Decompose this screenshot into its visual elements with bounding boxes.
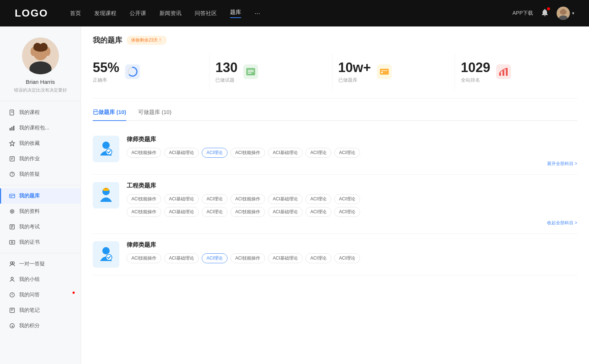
- expand-link-1[interactable]: 展开全部科目 >: [127, 161, 577, 167]
- bank-tags-2-row1: ACI技能操作 ACI基础理论 ACI理论 ACI技能操作 ACI基础理论 AC…: [127, 194, 577, 204]
- nav-open-course[interactable]: 公开课: [130, 10, 146, 17]
- bank-tag[interactable]: ACI技能操作: [230, 253, 265, 263]
- bank-tag[interactable]: ACI理论: [306, 253, 331, 263]
- svg-rect-55: [506, 68, 508, 76]
- nav-bank[interactable]: 题库: [230, 9, 241, 18]
- sidebar-item-label: 我的收藏: [19, 140, 40, 147]
- stat-value-ranking: 1029: [461, 60, 490, 75]
- tab-done[interactable]: 已做题库 (10): [93, 109, 126, 120]
- bank-tag[interactable]: ACI技能操作: [127, 207, 161, 217]
- bank-tag-active[interactable]: ACI理论: [202, 253, 228, 263]
- bank-tag[interactable]: ACI理论: [306, 194, 331, 204]
- exam-icon: [9, 224, 15, 230]
- svg-rect-60: [105, 188, 107, 189]
- sidebar-item-label: 我的考试: [19, 224, 40, 230]
- profile-section: Brian Harris 错误的决定比没有决定要好: [0, 26, 81, 101]
- svg-rect-54: [502, 70, 504, 76]
- bank-tag[interactable]: ACI技能操作: [230, 194, 265, 204]
- sidebar-item-course-package[interactable]: 我的课程包...: [0, 120, 81, 136]
- svg-point-56: [102, 142, 110, 149]
- qa-dot: [73, 292, 75, 294]
- svg-rect-13: [10, 128, 11, 131]
- done-questions-icon: [243, 64, 258, 79]
- sidebar-item-one-on-one[interactable]: 一对一答疑: [0, 256, 81, 272]
- sidebar-item-label: 我的作业: [19, 156, 40, 162]
- sidebar-item-answer[interactable]: ? 我的答疑: [0, 167, 81, 182]
- bank-tag[interactable]: ACI理论: [202, 194, 228, 204]
- bank-tag[interactable]: ACI理论: [334, 207, 360, 217]
- sidebar-item-favorites[interactable]: 我的收藏: [0, 136, 81, 151]
- bank-tag[interactable]: ACI基础理论: [164, 148, 199, 158]
- sidebar-item-score[interactable]: ★ 我的积分: [0, 318, 81, 333]
- logo: LOGO: [15, 7, 48, 19]
- sidebar-item-note[interactable]: 我的笔记: [0, 303, 81, 318]
- stat-accuracy: 55% 正确率: [93, 54, 209, 89]
- svg-text:★: ★: [11, 325, 14, 328]
- svg-rect-24: [11, 196, 12, 197]
- svg-point-26: [11, 211, 13, 212]
- svg-point-61: [102, 247, 110, 254]
- sidebar-item-label: 我的课程: [19, 109, 40, 116]
- nav-home[interactable]: 首页: [70, 10, 81, 17]
- bank-tag[interactable]: ACI技能操作: [230, 207, 265, 217]
- bank-tag[interactable]: ACI理论: [334, 148, 360, 158]
- qa-icon: [9, 292, 15, 298]
- bank-tag[interactable]: ACI基础理论: [268, 148, 303, 158]
- svg-point-25: [10, 210, 14, 213]
- stat-label-banks: 已做题库: [338, 77, 371, 83]
- bank-tag[interactable]: ACI基础理论: [268, 194, 303, 204]
- sidebar-item-course[interactable]: 我的课程: [0, 105, 81, 120]
- bank-tag[interactable]: ACI基础理论: [164, 253, 199, 263]
- user-avatar-wrapper[interactable]: ▾: [557, 7, 574, 20]
- sidebar-item-exam[interactable]: 我的考试: [0, 219, 81, 235]
- app-download-button[interactable]: APP下载: [512, 10, 533, 17]
- bank-content-1: 律师类题库 ACI技能操作 ACI基础理论 ACI理论 ACI技能操作 ACI基…: [127, 136, 577, 167]
- notification-bell[interactable]: [540, 8, 549, 18]
- nav-more[interactable]: ···: [254, 10, 260, 17]
- lawyer-bank-icon-1: [93, 136, 119, 162]
- sidebar-item-group[interactable]: 我的小组: [0, 272, 81, 287]
- homework-icon: [9, 156, 15, 162]
- bank-tags-3: ACI技能操作 ACI基础理论 ACI理论 ACI技能操作 ACI基础理论 AC…: [127, 253, 577, 263]
- ranking-icon: [496, 64, 511, 79]
- sidebar-item-label: 一对一答疑: [19, 261, 45, 267]
- stat-done-questions: 130 已做试题: [209, 54, 332, 89]
- bank-tag[interactable]: ACI技能操作: [127, 148, 161, 158]
- bank-tag-active[interactable]: ACI理论: [202, 148, 228, 158]
- document-icon: [9, 109, 15, 116]
- stat-done-banks: 10w+ 已做题库: [332, 54, 455, 89]
- done-banks-icon: [377, 64, 392, 79]
- group-icon: [9, 276, 15, 283]
- sidebar-item-bank[interactable]: 我的题库: [0, 188, 81, 204]
- bank-tag[interactable]: ACI理论: [334, 194, 360, 204]
- sidebar-item-my-qa[interactable]: 我的问答: [0, 287, 81, 303]
- bank-tag[interactable]: ACI理论: [334, 253, 360, 263]
- bank-tag[interactable]: ACI技能操作: [127, 253, 161, 263]
- svg-rect-15: [13, 126, 14, 131]
- nav-news[interactable]: 新闻资讯: [159, 10, 181, 17]
- nav: 首页 发现课程 公开课 新闻资讯 问答社区 题库 ···: [70, 9, 498, 18]
- bank-tag[interactable]: ACI技能操作: [127, 194, 161, 204]
- bank-tag[interactable]: ACI基础理论: [268, 207, 303, 217]
- svg-point-4: [564, 10, 567, 14]
- bank-title-1: 律师类题库: [127, 136, 577, 143]
- bank-tag[interactable]: ACI理论: [202, 207, 228, 217]
- bank-tag[interactable]: ACI基础理论: [164, 207, 199, 217]
- tab-available[interactable]: 可做题库 (10): [138, 109, 172, 120]
- bank-tag[interactable]: ACI基础理论: [268, 253, 303, 263]
- sidebar-item-label: 我的证书: [19, 239, 40, 246]
- bank-tag[interactable]: ACI理论: [306, 207, 331, 217]
- nav-discover[interactable]: 发现课程: [94, 10, 116, 17]
- bank-tag[interactable]: ACI基础理论: [164, 194, 199, 204]
- sidebar-item-homework[interactable]: 我的作业: [0, 151, 81, 167]
- profile-avatar: [22, 38, 59, 74]
- stat-value-banks: 10w+: [338, 60, 371, 75]
- profile-motto: 错误的决定比没有决定要好: [14, 87, 67, 93]
- collapse-link-2[interactable]: 收起全部科目 >: [127, 220, 577, 226]
- sidebar-item-material[interactable]: 我的资料: [0, 204, 81, 219]
- bank-tag[interactable]: ACI技能操作: [230, 148, 265, 158]
- stat-label-ranking: 全站排名: [461, 77, 490, 83]
- bank-tag[interactable]: ACI理论: [306, 148, 331, 158]
- sidebar-item-cert[interactable]: 我的证书: [0, 235, 81, 250]
- nav-qa[interactable]: 问答社区: [195, 10, 217, 17]
